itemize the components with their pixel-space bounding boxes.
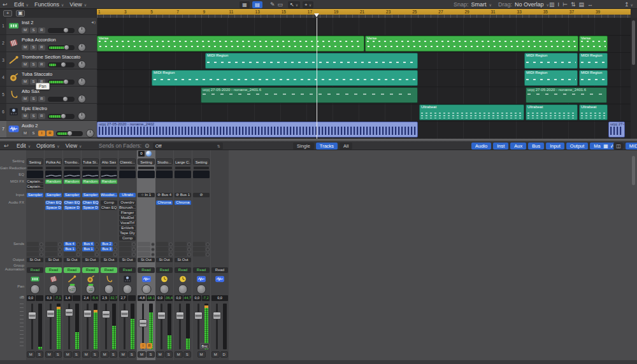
channel-strip-4[interactable]: Tuba St...RandomSamplerChan EQSpace DBus… bbox=[82, 150, 99, 360]
mixer-filter-output[interactable]: Output bbox=[566, 143, 589, 150]
send-knob[interactable] bbox=[169, 242, 173, 246]
channel-pan-knob[interactable] bbox=[160, 284, 169, 294]
pan-knob[interactable] bbox=[78, 95, 86, 103]
output-slot[interactable]: St Out bbox=[101, 258, 117, 262]
channel-setting-button[interactable]: Trombo... bbox=[64, 158, 80, 165]
input-slot[interactable]: Sampler bbox=[45, 193, 62, 197]
midi-fx-slot[interactable]: Random bbox=[82, 179, 99, 184]
channel-strip-7[interactable]: 0Setting○ In 1St OutRead-4,8-18,1IRMS bbox=[137, 150, 155, 360]
mixer-filter-aux[interactable]: Aux bbox=[510, 143, 526, 150]
trombone-icon[interactable] bbox=[68, 274, 77, 283]
input-slot[interactable]: Ultrabt bbox=[119, 193, 136, 197]
menu-view[interactable]: View∨ bbox=[69, 1, 87, 8]
solo-button[interactable]: S bbox=[36, 351, 44, 358]
eq-thumbnail[interactable] bbox=[175, 171, 191, 178]
pan-knob[interactable] bbox=[78, 60, 86, 69]
send-knob[interactable] bbox=[151, 242, 155, 246]
eq-thumbnail[interactable] bbox=[45, 171, 62, 178]
s-button[interactable]: S bbox=[30, 130, 37, 136]
channel-strip-10[interactable]: Setting⊘ Read0,0-7,2BncM bbox=[192, 150, 210, 360]
solo-button[interactable]: S bbox=[73, 351, 81, 358]
send-knob[interactable] bbox=[151, 253, 155, 256]
pan-knob[interactable] bbox=[78, 112, 86, 120]
r-button[interactable]: R bbox=[38, 113, 45, 119]
send-empty-slot[interactable] bbox=[138, 242, 150, 246]
marquee-icon[interactable]: ▭ bbox=[278, 0, 283, 9]
send-bus-button[interactable]: Bus 4 bbox=[82, 242, 94, 246]
mixer-view-tracks[interactable]: Tracks bbox=[316, 143, 338, 150]
m-button[interactable]: M bbox=[22, 113, 29, 119]
automation-mode-button[interactable]: Read bbox=[27, 267, 43, 273]
channel-pan-knob[interactable] bbox=[123, 284, 132, 294]
send-empty-slot[interactable] bbox=[119, 247, 131, 251]
waveform-icon[interactable] bbox=[141, 274, 151, 283]
send-knob[interactable] bbox=[132, 248, 136, 251]
dim-button[interactable]: D bbox=[220, 351, 229, 358]
send-bus-button[interactable]: Bus 1 bbox=[82, 247, 94, 251]
volume-slider[interactable] bbox=[48, 45, 75, 50]
send-slot[interactable] bbox=[119, 247, 136, 251]
output-slot[interactable]: St Out bbox=[64, 258, 80, 262]
send-slot[interactable] bbox=[156, 252, 173, 256]
send-slot[interactable] bbox=[156, 247, 173, 251]
send-bus-button[interactable]: Bus 2 bbox=[101, 242, 113, 246]
keyboard-icon[interactable] bbox=[31, 274, 40, 283]
fader-track[interactable] bbox=[179, 304, 181, 349]
fader-track[interactable] bbox=[31, 304, 33, 349]
send-knob[interactable] bbox=[113, 253, 117, 256]
midi-fx-slot[interactable]: Captain... bbox=[27, 185, 43, 189]
mixer-view-all[interactable]: All bbox=[340, 143, 352, 150]
drum-icon[interactable] bbox=[123, 274, 132, 283]
m-button[interactable]: M bbox=[22, 79, 29, 85]
send-knob[interactable] bbox=[187, 253, 191, 256]
input-monitor-button[interactable]: I bbox=[38, 130, 45, 136]
automation-mode-button[interactable]: Read bbox=[45, 267, 62, 273]
output-slot[interactable]: St Out bbox=[138, 258, 155, 262]
channel-strip-3[interactable]: Trombo...RandomSamplerChan EQSpace DBus … bbox=[63, 150, 81, 360]
volume-slider-thumb[interactable] bbox=[62, 96, 68, 102]
volume-slider[interactable] bbox=[48, 80, 75, 85]
send-slot[interactable] bbox=[101, 252, 117, 256]
automation-mode-button[interactable]: Read bbox=[211, 267, 228, 273]
tuba-icon[interactable] bbox=[86, 274, 96, 283]
channel-strip-6[interactable]: Classic...UltrabtOverdrvBitcrush...Flang… bbox=[118, 150, 136, 360]
playhead[interactable] bbox=[317, 18, 317, 139]
pan-knob[interactable] bbox=[78, 43, 86, 52]
sax-icon[interactable] bbox=[104, 274, 114, 283]
channel-pan-knob[interactable] bbox=[141, 284, 151, 294]
mute-button[interactable]: M bbox=[101, 351, 109, 358]
send-empty-slot[interactable] bbox=[45, 242, 57, 246]
r-button[interactable]: R bbox=[38, 45, 45, 50]
eq-thumbnail[interactable] bbox=[82, 171, 99, 178]
bounce-button[interactable]: Bnc bbox=[200, 343, 210, 349]
send-empty-slot[interactable] bbox=[156, 247, 168, 251]
midi-region[interactable]: Ultrabeat bbox=[579, 104, 608, 120]
send-knob[interactable] bbox=[151, 248, 155, 251]
send-knob[interactable] bbox=[76, 253, 80, 256]
back-arrow-icon[interactable]: ↩ bbox=[3, 0, 8, 9]
move-tool-icon[interactable]: +∨ bbox=[303, 1, 313, 8]
chevron-down-icon[interactable]: ∨ bbox=[489, 3, 492, 7]
r-button[interactable]: R bbox=[38, 27, 45, 33]
audio-fx-slot[interactable]: Space D bbox=[82, 206, 99, 210]
new-track-icon[interactable]: ▣ bbox=[16, 10, 25, 17]
input-slot[interactable]: Woodwi... bbox=[101, 193, 117, 197]
send-empty-slot[interactable] bbox=[27, 242, 39, 246]
solo-button[interactable]: S bbox=[110, 351, 118, 358]
mute-button[interactable]: M bbox=[64, 351, 72, 358]
midi-region[interactable]: Verse bbox=[97, 36, 364, 52]
mixer-filter-audio[interactable]: Audio bbox=[471, 143, 491, 150]
r-button[interactable]: R bbox=[38, 62, 45, 67]
channel-pan-knob[interactable] bbox=[197, 284, 206, 294]
send-empty-slot[interactable] bbox=[45, 252, 57, 256]
solo-button[interactable]: S bbox=[54, 351, 62, 358]
send-slot[interactable] bbox=[138, 252, 155, 256]
mixer-menu-edit[interactable]: Edit∨ bbox=[17, 143, 31, 149]
send-slot[interactable] bbox=[27, 252, 43, 256]
send-slot[interactable] bbox=[119, 242, 136, 246]
send-slot[interactable]: Bus 3 bbox=[101, 247, 117, 251]
automation-mode-button[interactable]: Read bbox=[64, 267, 80, 273]
mute-button[interactable]: M bbox=[82, 351, 90, 358]
bar-ruler[interactable]: 13579111315171921232527293133353739 bbox=[97, 9, 631, 15]
m-button[interactable]: M bbox=[22, 27, 29, 33]
